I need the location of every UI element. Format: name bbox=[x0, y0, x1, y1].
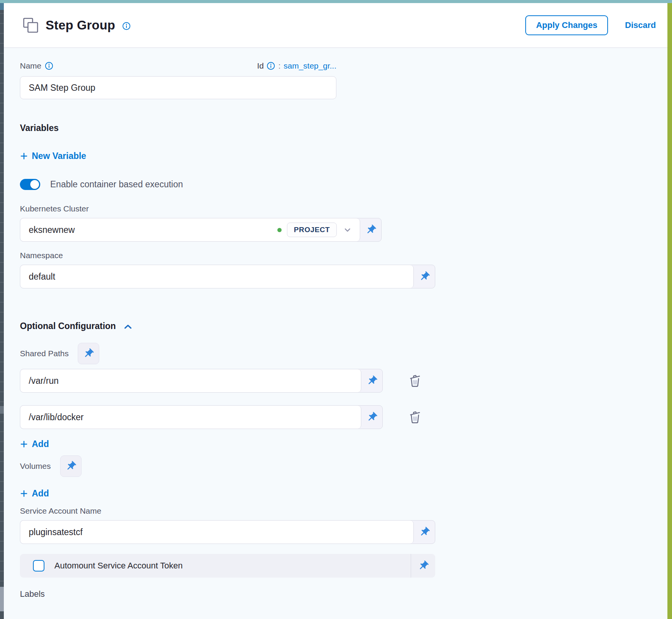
apply-changes-button[interactable]: Apply Changes bbox=[525, 15, 608, 35]
service-account-input-wrap bbox=[20, 521, 414, 544]
shared-path-input-wrap bbox=[20, 369, 361, 392]
kubernetes-cluster-value: eksnewnew bbox=[29, 225, 272, 235]
pin-button[interactable] bbox=[360, 218, 381, 241]
title-wrap: Step Group bbox=[22, 16, 131, 34]
pin-button[interactable] bbox=[414, 521, 435, 544]
step-group-icon bbox=[22, 16, 39, 34]
add-shared-path-label: Add bbox=[32, 439, 49, 449]
service-account-field bbox=[20, 520, 435, 544]
info-icon[interactable] bbox=[45, 62, 53, 70]
shared-path-item bbox=[20, 405, 667, 429]
namespace-input[interactable] bbox=[29, 265, 406, 288]
chevron-down-icon[interactable] bbox=[342, 224, 353, 235]
info-icon[interactable] bbox=[122, 22, 131, 30]
kubernetes-cluster-label: Kubernetes Cluster bbox=[20, 204, 667, 213]
pin-button[interactable] bbox=[361, 406, 382, 429]
pin-button[interactable] bbox=[411, 554, 435, 578]
kubernetes-cluster-select[interactable]: eksnewnew PROJECT bbox=[20, 218, 360, 241]
pushpin-icon bbox=[80, 346, 97, 362]
canvas-right-edge bbox=[667, 3, 672, 619]
scope-badge[interactable]: PROJECT bbox=[287, 223, 337, 237]
discard-button[interactable]: Discard bbox=[625, 20, 656, 30]
kubernetes-cluster-field: eksnewnew PROJECT bbox=[20, 218, 382, 242]
pushpin-icon bbox=[62, 458, 79, 474]
id-separator: : bbox=[278, 61, 280, 70]
header-actions: Apply Changes Discard bbox=[525, 15, 656, 35]
add-shared-path-button[interactable]: Add bbox=[20, 439, 49, 449]
panel-body: Name Id : sam_step_gr... bbox=[4, 48, 667, 619]
pushpin-icon bbox=[364, 409, 380, 425]
service-account-input[interactable] bbox=[29, 521, 406, 544]
page-title: Step Group bbox=[46, 18, 115, 33]
automount-checkbox[interactable] bbox=[33, 560, 44, 572]
panel-header: Step Group Apply Changes Discard bbox=[4, 3, 667, 48]
name-id-row: Name Id : sam_step_gr... bbox=[20, 61, 336, 71]
service-account-label: Service Account Name bbox=[20, 506, 667, 516]
optional-configuration-header[interactable]: Optional Configuration bbox=[20, 320, 133, 332]
labels-section-label: Labels bbox=[20, 589, 667, 599]
volumes-row: Volumes bbox=[20, 455, 667, 477]
id-value[interactable]: sam_step_gr... bbox=[284, 61, 336, 70]
optional-configuration-label: Optional Configuration bbox=[20, 321, 116, 331]
pushpin-icon bbox=[416, 269, 432, 285]
trash-icon bbox=[407, 409, 423, 425]
yaml-editor-edge-mark bbox=[0, 406, 4, 414]
yaml-editor-edge-highlight bbox=[0, 3, 4, 10]
toggle-knob bbox=[30, 180, 39, 189]
step-group-config-panel: Step Group Apply Changes Discard Name bbox=[4, 3, 667, 619]
namespace-input-wrap bbox=[20, 265, 414, 288]
shared-path-input[interactable] bbox=[29, 406, 354, 429]
add-volume-button[interactable]: Add bbox=[20, 488, 49, 499]
container-execution-label: Enable container based execution bbox=[50, 179, 183, 190]
shared-paths-label: Shared Paths bbox=[20, 349, 69, 358]
delete-shared-path-button[interactable] bbox=[406, 408, 423, 426]
container-execution-row: Enable container based execution bbox=[20, 178, 667, 190]
pushpin-icon bbox=[364, 373, 380, 389]
identifier-display: Id : sam_step_gr... bbox=[257, 61, 336, 70]
volumes-label: Volumes bbox=[20, 462, 51, 471]
add-volume-label: Add bbox=[32, 488, 49, 499]
pin-button[interactable] bbox=[60, 455, 82, 477]
id-label: Id bbox=[257, 61, 264, 70]
pushpin-icon bbox=[362, 222, 379, 238]
info-icon[interactable] bbox=[267, 62, 275, 70]
automount-label: Automount Service Account Token bbox=[54, 561, 183, 571]
new-variable-button[interactable]: New Variable bbox=[20, 151, 86, 161]
chevron-up-icon[interactable] bbox=[123, 321, 133, 332]
shared-paths-row: Shared Paths bbox=[20, 343, 667, 364]
variables-section-label: Variables bbox=[20, 123, 667, 133]
namespace-field bbox=[20, 265, 435, 288]
container-execution-toggle[interactable] bbox=[20, 179, 40, 190]
shared-path-field bbox=[20, 405, 383, 429]
delete-shared-path-button[interactable] bbox=[406, 372, 423, 390]
shared-path-input-wrap bbox=[20, 406, 361, 429]
new-variable-label: New Variable bbox=[32, 151, 86, 161]
connector-status-dot bbox=[277, 228, 282, 232]
plus-icon bbox=[20, 440, 28, 448]
name-label: Name bbox=[20, 61, 41, 70]
yaml-editor-edge bbox=[0, 3, 4, 619]
shared-path-field bbox=[20, 369, 383, 393]
pin-button[interactable] bbox=[361, 369, 382, 392]
automount-row: Automount Service Account Token bbox=[20, 554, 435, 578]
pin-button[interactable] bbox=[414, 265, 435, 288]
plus-icon bbox=[20, 490, 28, 498]
shared-path-item bbox=[20, 369, 667, 393]
canvas-top-edge bbox=[0, 0, 672, 3]
pushpin-icon bbox=[416, 524, 432, 540]
namespace-label: Namespace bbox=[20, 251, 667, 260]
plus-icon bbox=[20, 152, 28, 160]
shared-path-input[interactable] bbox=[29, 369, 354, 392]
pin-button[interactable] bbox=[78, 343, 99, 364]
trash-icon bbox=[407, 373, 423, 389]
scrollbar-thumb[interactable] bbox=[0, 587, 4, 611]
name-input[interactable] bbox=[20, 76, 336, 99]
pushpin-icon bbox=[415, 558, 431, 574]
